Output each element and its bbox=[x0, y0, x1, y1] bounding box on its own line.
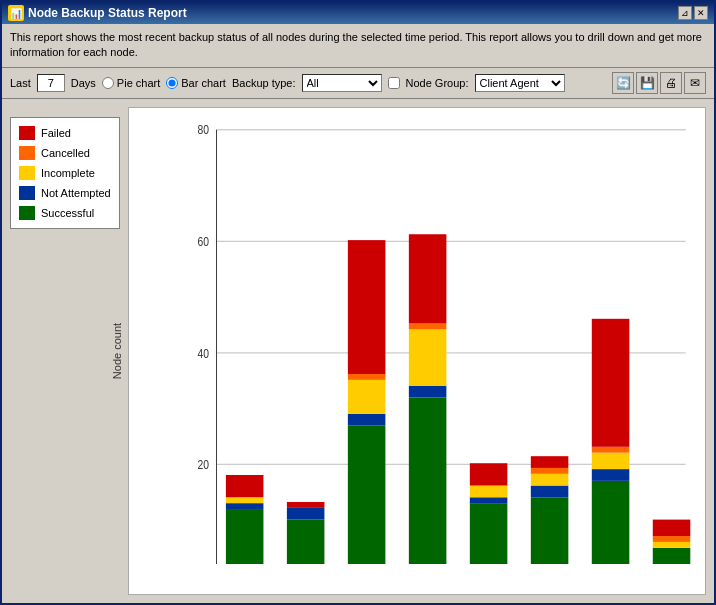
bar-chart-radio[interactable] bbox=[166, 77, 178, 89]
svg-text:60: 60 bbox=[198, 234, 210, 248]
toolbar-icons: 🔄 💾 🖨 ✉ bbox=[612, 72, 706, 94]
bar-jan09-cancelled[interactable] bbox=[409, 323, 447, 329]
pie-chart-radio-group: Pie chart bbox=[102, 77, 160, 89]
cancelled-label: Cancelled bbox=[41, 147, 90, 159]
bar-chart-label: Bar chart bbox=[181, 77, 226, 89]
save-button[interactable]: 💾 bbox=[636, 72, 658, 94]
chart-container: Node count 80 60 40 20 0 bbox=[128, 107, 706, 595]
bar-jan08-cancelled[interactable] bbox=[348, 374, 386, 380]
incomplete-label: Incomplete bbox=[41, 167, 95, 179]
bar-jan11-cancelled[interactable] bbox=[531, 468, 569, 474]
legend: Failed Cancelled Incomplete Not Attempte… bbox=[10, 117, 120, 229]
report-description: This report shows the most recent backup… bbox=[2, 24, 714, 67]
bar-jan12-cancelled[interactable] bbox=[592, 447, 630, 453]
main-window: 📊 Node Backup Status Report ⊿ ✕ This rep… bbox=[0, 0, 716, 605]
failed-color bbox=[19, 126, 35, 140]
bar-jan08-not-attempted[interactable] bbox=[348, 414, 386, 426]
pie-chart-radio[interactable] bbox=[102, 77, 114, 89]
bar-jan09-not-attempted[interactable] bbox=[409, 386, 447, 398]
svg-text:40: 40 bbox=[198, 345, 210, 359]
window-title: Node Backup Status Report bbox=[28, 6, 187, 20]
email-button[interactable]: ✉ bbox=[684, 72, 706, 94]
close-button[interactable]: ✕ bbox=[694, 6, 708, 20]
bar-chart-radio-group: Bar chart bbox=[166, 77, 226, 89]
bar-jan13-successful[interactable] bbox=[653, 548, 691, 564]
backup-type-select[interactable]: All Full Incremental Differential bbox=[302, 74, 382, 92]
backup-type-label: Backup type: bbox=[232, 77, 296, 89]
bar-jan11-incomplete[interactable] bbox=[531, 474, 569, 486]
bar-jan07-successful[interactable] bbox=[287, 519, 325, 564]
last-label: Last bbox=[10, 77, 31, 89]
bar-jan09-incomplete[interactable] bbox=[409, 329, 447, 385]
svg-text:80: 80 bbox=[198, 122, 210, 136]
svg-text:20: 20 bbox=[198, 457, 210, 471]
legend-cancelled: Cancelled bbox=[19, 146, 111, 160]
bar-jan12-successful[interactable] bbox=[592, 481, 630, 564]
successful-label: Successful bbox=[41, 207, 94, 219]
bar-jan06-successful[interactable] bbox=[226, 509, 264, 564]
days-label: Days bbox=[71, 77, 96, 89]
legend-failed: Failed bbox=[19, 126, 111, 140]
bar-jan09-successful[interactable] bbox=[409, 397, 447, 564]
bar-jan12-failed[interactable] bbox=[592, 319, 630, 447]
refresh-button[interactable]: 🔄 bbox=[612, 72, 634, 94]
bar-jan13-failed[interactable] bbox=[653, 519, 691, 535]
bar-jan10-failed[interactable] bbox=[470, 463, 508, 485]
title-buttons: ⊿ ✕ bbox=[678, 6, 708, 20]
print-button[interactable]: 🖨 bbox=[660, 72, 682, 94]
bar-jan08-failed[interactable] bbox=[348, 240, 386, 374]
failed-label: Failed bbox=[41, 127, 71, 139]
not-attempted-label: Not Attempted bbox=[41, 187, 111, 199]
bar-jan06-not-attempted[interactable] bbox=[226, 503, 264, 509]
chart-area: Failed Cancelled Incomplete Not Attempte… bbox=[2, 99, 714, 603]
title-bar-left: 📊 Node Backup Status Report bbox=[8, 5, 187, 21]
node-group-checkbox[interactable] bbox=[388, 77, 400, 89]
legend-successful: Successful bbox=[19, 206, 111, 220]
bar-jan06-incomplete[interactable] bbox=[226, 497, 264, 503]
bar-jan11-failed[interactable] bbox=[531, 456, 569, 468]
bar-jan07-not-attempted[interactable] bbox=[287, 508, 325, 520]
legend-not-attempted: Not Attempted bbox=[19, 186, 111, 200]
node-group-label: Node Group: bbox=[406, 77, 469, 89]
bar-jan08-successful[interactable] bbox=[348, 425, 386, 564]
node-group-select[interactable]: Client Agent All None bbox=[475, 74, 565, 92]
incomplete-color bbox=[19, 166, 35, 180]
pie-chart-label: Pie chart bbox=[117, 77, 160, 89]
y-axis-label: Node count bbox=[111, 323, 123, 379]
legend-incomplete: Incomplete bbox=[19, 166, 111, 180]
bar-jan13-cancelled[interactable] bbox=[653, 536, 691, 542]
days-input[interactable] bbox=[37, 74, 65, 92]
bar-jan10-successful[interactable] bbox=[470, 503, 508, 564]
bar-jan07-failed[interactable] bbox=[287, 502, 325, 508]
cancelled-color bbox=[19, 146, 35, 160]
bar-jan12-incomplete[interactable] bbox=[592, 452, 630, 468]
bar-jan06-failed[interactable] bbox=[226, 475, 264, 497]
bar-jan12-not-attempted[interactable] bbox=[592, 469, 630, 481]
bar-jan08-incomplete[interactable] bbox=[348, 380, 386, 414]
restore-button[interactable]: ⊿ bbox=[678, 6, 692, 20]
bar-chart-svg: 80 60 40 20 0 bbox=[179, 118, 695, 564]
bar-jan11-not-attempted[interactable] bbox=[531, 485, 569, 497]
bar-jan13-incomplete[interactable] bbox=[653, 542, 691, 548]
successful-color bbox=[19, 206, 35, 220]
toolbar: Last Days Pie chart Bar chart Backup typ… bbox=[2, 67, 714, 99]
not-attempted-color bbox=[19, 186, 35, 200]
window-icon: 📊 bbox=[8, 5, 24, 21]
bar-jan10-not-attempted[interactable] bbox=[470, 497, 508, 503]
bar-jan10-incomplete[interactable] bbox=[470, 485, 508, 497]
title-bar: 📊 Node Backup Status Report ⊿ ✕ bbox=[2, 2, 714, 24]
bar-jan11-successful[interactable] bbox=[531, 497, 569, 564]
bar-jan09-failed[interactable] bbox=[409, 234, 447, 323]
